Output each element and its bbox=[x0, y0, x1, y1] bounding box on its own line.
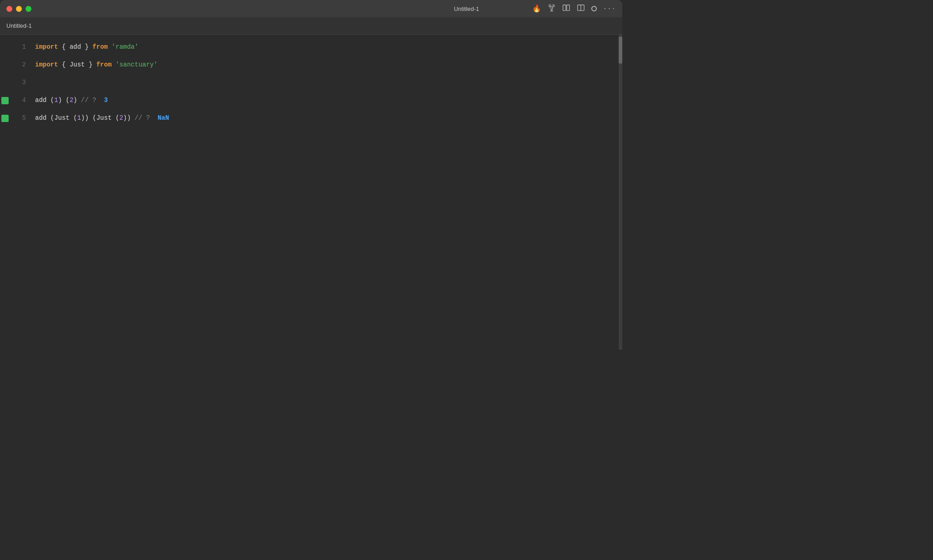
token-paren-4a: ( bbox=[46, 97, 54, 104]
columns-icon[interactable] bbox=[562, 4, 570, 14]
code-area[interactable]: import { add } from 'ramda' import { Jus… bbox=[31, 35, 619, 350]
token-result-nan: NaN bbox=[158, 114, 169, 122]
svg-rect-4 bbox=[567, 5, 569, 10]
minimize-button[interactable] bbox=[16, 6, 22, 12]
line-num-4: 4 bbox=[10, 92, 26, 109]
toolbar-right: 🔥 bbox=[532, 4, 616, 14]
tab-label[interactable]: Untitled-1 bbox=[6, 22, 32, 29]
scrollbar[interactable] bbox=[619, 35, 622, 350]
token-num-2: 2 bbox=[70, 97, 73, 104]
line-numbers: 1 2 3 4 5 bbox=[10, 35, 31, 350]
indicator-2 bbox=[0, 56, 10, 74]
token-add-4: add bbox=[35, 97, 46, 104]
token-brace-2b: } bbox=[85, 61, 96, 68]
token-import-2: import bbox=[35, 61, 58, 68]
more-icon[interactable]: ··· bbox=[603, 5, 616, 12]
token-from-2: from bbox=[96, 61, 112, 68]
indicator-1 bbox=[0, 38, 10, 56]
token-just-5a: Just bbox=[54, 114, 70, 122]
token-add-name: add bbox=[70, 43, 81, 51]
token-paren-5c: )) ( bbox=[81, 114, 97, 122]
close-button[interactable] bbox=[6, 6, 12, 12]
token-space-1 bbox=[108, 43, 112, 51]
token-paren-5e: )) bbox=[123, 114, 131, 122]
circle-icon[interactable] bbox=[591, 6, 597, 11]
token-paren-4b: ) ( bbox=[58, 97, 69, 104]
token-import-1: import bbox=[35, 43, 58, 51]
line-num-3: 3 bbox=[10, 74, 26, 92]
line-num-5: 5 bbox=[10, 109, 26, 127]
token-comment-4: // ? bbox=[77, 97, 96, 104]
svg-rect-0 bbox=[551, 6, 553, 9]
indicator-5 bbox=[0, 109, 10, 127]
sidebar-indicators bbox=[0, 35, 10, 350]
titlebar: Untitled-1 🔥 bbox=[0, 0, 622, 17]
indicator-3 bbox=[0, 74, 10, 92]
window-title: Untitled-1 bbox=[454, 5, 479, 12]
token-paren-5d: ( bbox=[112, 114, 119, 122]
token-result-3: 3 bbox=[104, 97, 108, 104]
editor: 1 2 3 4 5 import { add } from 'ramda' im… bbox=[0, 35, 622, 350]
token-comment-5: // ? bbox=[131, 114, 150, 122]
scrollbar-thumb[interactable] bbox=[619, 36, 622, 64]
maximize-button[interactable] bbox=[26, 6, 31, 12]
split-icon[interactable] bbox=[577, 4, 585, 14]
code-line-2: import { Just } from 'sanctuary' bbox=[35, 56, 619, 74]
token-brace-2a: { bbox=[58, 61, 69, 68]
svg-rect-3 bbox=[563, 5, 566, 10]
token-from-1: from bbox=[92, 43, 108, 51]
tab-bar: Untitled-1 bbox=[0, 17, 622, 35]
indicator-4 bbox=[0, 92, 10, 109]
token-space-5 bbox=[150, 114, 158, 122]
token-num-5a: 1 bbox=[77, 114, 81, 122]
token-str-ramda: 'ramda' bbox=[112, 43, 138, 51]
broadcast-icon[interactable] bbox=[548, 4, 556, 14]
token-just-5b: Just bbox=[96, 114, 112, 122]
token-space-4 bbox=[96, 97, 104, 104]
line-num-2: 2 bbox=[10, 56, 26, 74]
token-just-name: Just bbox=[70, 61, 85, 68]
window: Untitled-1 🔥 bbox=[0, 0, 622, 350]
token-str-sanctuary: 'sanctuary' bbox=[115, 61, 157, 68]
code-line-4: add (1) (2) // ? 3 bbox=[35, 92, 619, 109]
flame-icon[interactable]: 🔥 bbox=[532, 4, 541, 13]
token-brace-1a: { bbox=[58, 43, 69, 51]
code-line-3 bbox=[35, 74, 619, 92]
token-add-5: add bbox=[35, 114, 46, 122]
token-paren-5a: ( bbox=[46, 114, 54, 122]
green-square-4 bbox=[1, 97, 9, 104]
line-num-1: 1 bbox=[10, 38, 26, 56]
green-square-5 bbox=[1, 115, 9, 122]
code-line-1: import { add } from 'ramda' bbox=[35, 38, 619, 56]
token-paren-5b: ( bbox=[70, 114, 77, 122]
code-line-5: add (Just (1)) (Just (2)) // ? NaN bbox=[35, 109, 619, 127]
traffic-lights bbox=[6, 6, 31, 12]
token-brace-1b: } bbox=[81, 43, 92, 51]
